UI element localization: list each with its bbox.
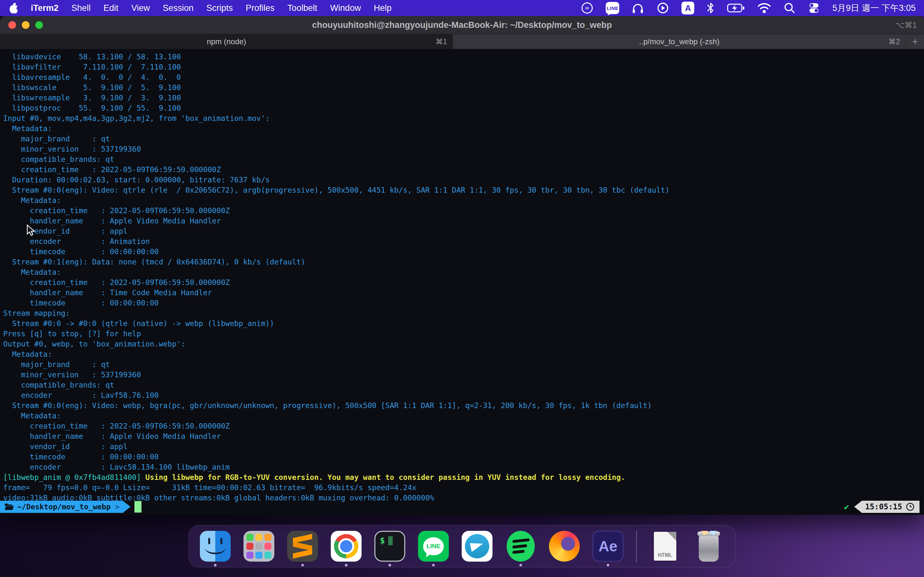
dock-item-telegram[interactable] bbox=[462, 531, 493, 562]
menu-bar: iTerm2ShellEditViewSessionScriptsProfile… bbox=[0, 0, 924, 16]
terminal-line: compatible_brands: qt bbox=[3, 380, 924, 390]
tab-shortcut: ⌘2 bbox=[888, 37, 900, 46]
dock-item-launchpad[interactable] bbox=[244, 531, 274, 562]
dock-item-sublime-text[interactable] bbox=[287, 531, 318, 562]
window-shortcut: ⌥⌘1 bbox=[895, 21, 917, 30]
terminal-line: creation_time : 2022-05-09T06:59:50.0000… bbox=[3, 164, 924, 175]
terminal-line: Metadata: bbox=[3, 267, 924, 277]
input-source-icon[interactable]: A bbox=[682, 2, 694, 15]
menu-item-session[interactable]: Session bbox=[163, 3, 194, 13]
bluetooth-icon[interactable] bbox=[706, 2, 715, 15]
creative-cloud-icon[interactable]: ∞ bbox=[581, 2, 594, 15]
mouse-cursor bbox=[27, 224, 37, 239]
clock-icon bbox=[906, 503, 914, 511]
tab-mov-to-webp[interactable]: ..p/mov_to_webp (-zsh) ⌘2 bbox=[453, 34, 906, 49]
dock-item-after-effects[interactable]: Ae bbox=[593, 531, 624, 562]
menu-item-profiles[interactable]: Profiles bbox=[246, 3, 275, 13]
window-titlebar[interactable]: chouyuuhitoshi@zhangyoujunde-MacBook-Air… bbox=[0, 16, 924, 34]
battery-charging-icon[interactable] bbox=[727, 2, 745, 15]
wifi-icon[interactable] bbox=[757, 2, 771, 14]
terminal-line: encoder : Animation bbox=[3, 236, 924, 247]
line-icon[interactable]: LINE bbox=[606, 2, 619, 14]
after-effects-icon: Ae bbox=[593, 531, 624, 562]
terminal-line: Metadata: bbox=[3, 123, 924, 134]
terminal-line: Stream #0:1(eng): Data: none (tmcd / 0x6… bbox=[3, 257, 924, 267]
running-indicator bbox=[432, 564, 435, 566]
running-indicator bbox=[301, 564, 304, 566]
menu-item-scripts[interactable]: Scripts bbox=[206, 3, 233, 13]
terminal-line: timecode : 00:00:00:00 bbox=[3, 452, 924, 462]
terminal-line: vendor_id : appl bbox=[3, 226, 924, 236]
spotify-icon bbox=[505, 531, 536, 562]
terminal-line: libavfilter 7.110.100 / 7.110.100 bbox=[3, 62, 924, 72]
dock-item-trash[interactable] bbox=[693, 531, 724, 562]
dock-separator bbox=[636, 530, 637, 562]
terminal-line: libswscale 5. 9.100 / 5. 9.100 bbox=[3, 82, 924, 93]
terminal-line: frame= 79 fps=0.0 q=-0.0 Lsize= 31kB tim… bbox=[3, 482, 924, 493]
terminal-line: Stream #0:0(eng): Video: qtrle (rle / 0x… bbox=[3, 185, 924, 195]
dock-item-html-file[interactable]: HTML bbox=[650, 531, 680, 562]
dock-item-finder[interactable] bbox=[200, 531, 231, 562]
terminal-line: minor_version : 537199360 bbox=[3, 144, 924, 154]
prompt-chevron: > bbox=[115, 502, 120, 512]
terminal-line: major_brand : qt bbox=[3, 359, 924, 370]
screen: iTerm2ShellEditViewSessionScriptsProfile… bbox=[0, 0, 924, 577]
menubar-clock[interactable]: 5月9日 週一 下午3:05 bbox=[832, 2, 916, 14]
svg-text:∞: ∞ bbox=[585, 5, 590, 11]
zoom-button[interactable] bbox=[35, 21, 43, 29]
tab-npm-node[interactable]: npm (node) ⌘1 bbox=[0, 34, 453, 49]
terminal-line: handler_name : Time Code Media Handler bbox=[3, 287, 924, 298]
play-circle-icon[interactable] bbox=[656, 2, 669, 15]
prompt-path-segment: ~/Desktop/mov_to_webp > bbox=[0, 501, 131, 513]
terminal-line: encoder : Lavc58.134.100 libwebp_anim bbox=[3, 462, 924, 472]
close-button[interactable] bbox=[8, 21, 16, 29]
new-tab-button[interactable]: + bbox=[906, 34, 924, 49]
dock-item-line[interactable]: LINE bbox=[418, 531, 449, 562]
terminal-line: Press [q] to stop, [?] for help bbox=[3, 329, 924, 339]
terminal-line: libavresample 4. 0. 0 / 4. 0. 0 bbox=[3, 72, 924, 82]
launchpad-icon bbox=[244, 531, 274, 562]
control-center-icon[interactable] bbox=[808, 2, 820, 14]
terminal-line: Stream #0:0 -> #0:0 (qtrle (native) -> w… bbox=[3, 318, 924, 329]
running-indicator bbox=[607, 564, 609, 566]
dock-item-spotify[interactable] bbox=[505, 531, 536, 562]
open-folder-icon bbox=[5, 503, 14, 511]
spotlight-search-icon[interactable] bbox=[783, 2, 796, 14]
prompt-path: ~/Desktop/mov_to_webp bbox=[17, 502, 111, 512]
tab-label: npm (node) bbox=[207, 37, 246, 46]
terminal-content[interactable]: libavdevice 58. 13.100 / 58. 13.100 liba… bbox=[0, 49, 924, 515]
dock-item-chrome[interactable] bbox=[331, 531, 362, 562]
dock-item-iterm[interactable]: $ bbox=[375, 531, 405, 562]
headphones-icon[interactable] bbox=[632, 2, 644, 15]
menu-item-edit[interactable]: Edit bbox=[103, 3, 119, 13]
terminal-line: major_brand : qt bbox=[3, 134, 924, 144]
menu-item-view[interactable]: View bbox=[131, 3, 150, 13]
minimize-button[interactable] bbox=[22, 21, 29, 29]
terminal-line: Duration: 00:00:02.63, start: 0.000000, … bbox=[3, 175, 924, 185]
terminal-line: creation_time : 2022-05-09T06:59:50.0000… bbox=[3, 421, 924, 431]
menu-item-shell[interactable]: Shell bbox=[71, 3, 91, 13]
menu-item-window[interactable]: Window bbox=[330, 3, 361, 13]
tab-shortcut: ⌘1 bbox=[436, 37, 447, 46]
terminal-line: creation_time : 2022-05-09T06:59:50.0000… bbox=[3, 205, 924, 216]
terminal-line: compatible_brands: qt bbox=[3, 154, 924, 164]
menu-item-help[interactable]: Help bbox=[374, 3, 392, 13]
menu-item-iterm2[interactable]: iTerm2 bbox=[31, 3, 59, 13]
window-title: chouyuuhitoshi@zhangyoujunde-MacBook-Air… bbox=[0, 20, 924, 30]
terminal-line: Metadata: bbox=[3, 349, 924, 359]
trash-icon bbox=[693, 531, 724, 562]
running-indicator bbox=[389, 564, 391, 566]
success-check-icon: ✔ bbox=[844, 502, 849, 512]
iterm-window: chouyuuhitoshi@zhangyoujunde-MacBook-Air… bbox=[0, 16, 924, 515]
menu-item-toolbelt[interactable]: Toolbelt bbox=[288, 3, 317, 13]
terminal-line: Stream #0:0(eng): Video: webp, bgra(pc, … bbox=[3, 400, 924, 411]
terminal-line: Output #0, webp, to 'box_animation.webp'… bbox=[3, 339, 924, 349]
apple-menu-icon[interactable] bbox=[8, 2, 18, 14]
terminal-line: encoder : Lavf58.76.100 bbox=[3, 390, 924, 400]
terminal-line: Stream mapping: bbox=[3, 308, 924, 318]
dock-item-firefox[interactable] bbox=[549, 531, 580, 562]
terminal-line: timecode : 00:00:00:00 bbox=[3, 298, 924, 308]
clock-widget: 15:05:15 bbox=[854, 501, 919, 513]
terminal-line: creation_time : 2022-05-09T06:59:50.0000… bbox=[3, 277, 924, 287]
tab-bar: npm (node) ⌘1 ..p/mov_to_webp (-zsh) ⌘2 … bbox=[0, 34, 924, 49]
